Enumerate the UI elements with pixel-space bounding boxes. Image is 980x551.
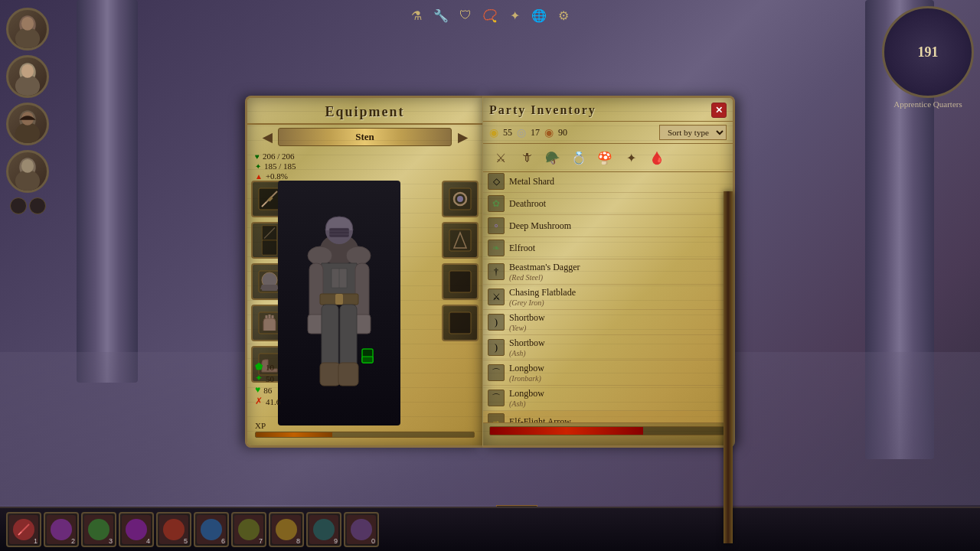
filter-consumables[interactable]: 🍄 xyxy=(593,147,616,168)
slot-7-num: 7 xyxy=(259,537,263,545)
stat-row-4: ✗ 41.6 xyxy=(255,396,280,407)
ring-slot-3[interactable] xyxy=(442,263,479,300)
slot-1-num: 1 xyxy=(34,537,38,545)
icon-inventory[interactable]: ⚗ xyxy=(406,5,427,26)
action-slot-8[interactable]: 8 xyxy=(269,512,304,547)
icon-spells[interactable]: 📿 xyxy=(479,5,501,26)
svg-point-53 xyxy=(51,519,72,540)
next-char-button[interactable]: ▶ xyxy=(458,130,467,145)
equip-slots-right xyxy=(442,181,479,341)
filter-ingredients[interactable]: 🩸 xyxy=(645,147,668,168)
item-longbow-ironbark[interactable]: ⌒ Longbow (Ironbark) xyxy=(483,360,724,386)
item-longbow-ironbark-text: Longbow (Ironbark) xyxy=(509,363,544,383)
action-slot-4[interactable]: 4 xyxy=(119,512,154,547)
action-slot-1[interactable]: 1 xyxy=(6,512,41,547)
svg-rect-48 xyxy=(449,271,471,292)
ring-slot-1[interactable] xyxy=(442,181,479,217)
avatar-4[interactable] xyxy=(6,150,49,193)
icon-options[interactable]: ⚙ xyxy=(553,5,574,26)
item-chasing-flatblade-icon: ⚔ xyxy=(488,289,505,305)
equipment-title: Equipment xyxy=(247,98,482,125)
right-bottom-bar xyxy=(483,422,733,445)
item-deathroot[interactable]: ✿ Deathroot xyxy=(483,193,724,215)
svg-point-55 xyxy=(88,519,109,540)
hp-value: 206 / 206 xyxy=(263,152,295,161)
item-subname: (Yew) xyxy=(509,324,545,332)
xp-bar-area: XP xyxy=(255,418,475,438)
svg-rect-26 xyxy=(329,228,349,237)
action-slot-9[interactable]: 9 xyxy=(306,512,341,547)
filter-misc[interactable]: ✦ xyxy=(619,147,642,168)
item-shortbow-ash-text: Shortbow (Ash) xyxy=(509,337,545,357)
regen-value: +0.8% xyxy=(266,171,288,181)
stat2-value: 50 xyxy=(266,374,274,383)
item-beastman-dagger-icon: † xyxy=(488,263,505,280)
svg-point-10 xyxy=(15,170,40,192)
stamina-icon: ✦ xyxy=(255,162,261,171)
filter-armor[interactable]: 🪖 xyxy=(541,147,564,168)
action-slot-5[interactable]: 5 xyxy=(156,512,191,547)
item-metal-shard-icon: ◇ xyxy=(488,173,505,190)
icon-map[interactable]: 🌐 xyxy=(528,5,550,26)
filter-weapons[interactable]: 🗡 xyxy=(515,147,538,168)
char-figure xyxy=(278,181,400,425)
item-elfroot[interactable]: ❧ Elfroot xyxy=(483,237,724,259)
action-slot-10[interactable]: 0 xyxy=(344,512,379,547)
action-slot-7[interactable]: 7 xyxy=(231,512,266,547)
action-slot-3[interactable]: 3 xyxy=(81,512,116,547)
filter-icons: ⚔ 🗡 🪖 💍 🍄 ✦ 🩸 xyxy=(483,144,733,172)
item-name: Deathroot xyxy=(509,198,546,210)
item-elf-flight-arrow[interactable]: → Elf-Flight Arrow xyxy=(483,411,724,422)
icon-talents[interactable]: 🛡 xyxy=(455,5,476,26)
svg-point-4 xyxy=(15,75,40,97)
item-metal-shard-text: Metal Shard xyxy=(509,176,554,187)
char-avatars xyxy=(6,8,49,214)
gold-amount: 55 xyxy=(503,127,512,139)
copper-icon: ◉ xyxy=(544,126,554,139)
item-metal-shard[interactable]: ◇ Metal Shard xyxy=(483,171,724,193)
item-chasing-flatblade[interactable]: ⚔ Chasing Flatblade (Grey Iron) xyxy=(483,285,724,310)
inventory-list[interactable]: ◇ Metal Shard ✿ Deathroot ⚬ Deep Mushroo… xyxy=(483,171,724,422)
currency-display: ◉ 55 ◎ 17 ◉ 90 xyxy=(489,126,567,139)
svg-rect-38 xyxy=(322,305,338,370)
stat-hp: ♥ 206 / 206 xyxy=(255,152,475,161)
mini-icon-lock[interactable] xyxy=(10,197,27,214)
prev-char-button[interactable]: ◀ xyxy=(263,130,272,145)
action-slot-6[interactable]: 6 xyxy=(194,512,229,547)
char-display xyxy=(278,181,400,425)
filter-all[interactable]: ⚔ xyxy=(489,147,512,168)
ring-slot-4[interactable] xyxy=(442,305,479,341)
action-slot-2[interactable]: 2 xyxy=(44,512,79,547)
icon-codex[interactable]: ✦ xyxy=(504,5,525,26)
item-beastman-dagger[interactable]: † Beastman's Dagger (Red Steel) xyxy=(483,259,724,285)
item-shortbow-yew-icon: ) xyxy=(488,314,505,331)
inventory-title: Party Inventory xyxy=(489,103,596,117)
item-longbow-ash-text: Longbow (Ash) xyxy=(509,388,544,408)
svg-point-11 xyxy=(21,159,34,173)
minimap-number: 191 xyxy=(918,44,939,60)
avatar-1[interactable] xyxy=(6,8,49,51)
item-deep-mushroom-icon: ⚬ xyxy=(488,217,505,234)
svg-rect-39 xyxy=(340,305,357,370)
svg-rect-43 xyxy=(362,357,373,363)
avatar-2[interactable] xyxy=(6,55,49,98)
close-button[interactable]: ✕ xyxy=(711,103,727,118)
ring-slot-2[interactable] xyxy=(442,222,479,259)
svg-point-7 xyxy=(15,122,40,145)
silver-amount: 17 xyxy=(531,127,540,139)
slot-9-num: 9 xyxy=(334,537,338,545)
svg-point-61 xyxy=(201,519,222,540)
icon-skills[interactable]: 🔧 xyxy=(430,5,452,26)
item-deep-mushroom[interactable]: ⚬ Deep Mushroom xyxy=(483,215,724,237)
minimap[interactable]: 191 xyxy=(882,6,974,98)
filter-accessories[interactable]: 💍 xyxy=(567,147,590,168)
item-name: Deep Mushroom xyxy=(509,220,571,232)
item-shortbow-ash[interactable]: ) Shortbow (Ash) xyxy=(483,335,724,360)
sort-dropdown[interactable]: Sort by type xyxy=(659,125,727,140)
mini-icon-health[interactable] xyxy=(29,197,46,214)
item-shortbow-yew[interactable]: ) Shortbow (Yew) xyxy=(483,310,724,335)
char-name-bar: ◀ Sten ▶ xyxy=(247,125,482,149)
avatar-3[interactable] xyxy=(6,103,49,145)
svg-point-69 xyxy=(351,519,372,540)
item-longbow-ash[interactable]: ⌒ Longbow (Ash) xyxy=(483,386,724,411)
